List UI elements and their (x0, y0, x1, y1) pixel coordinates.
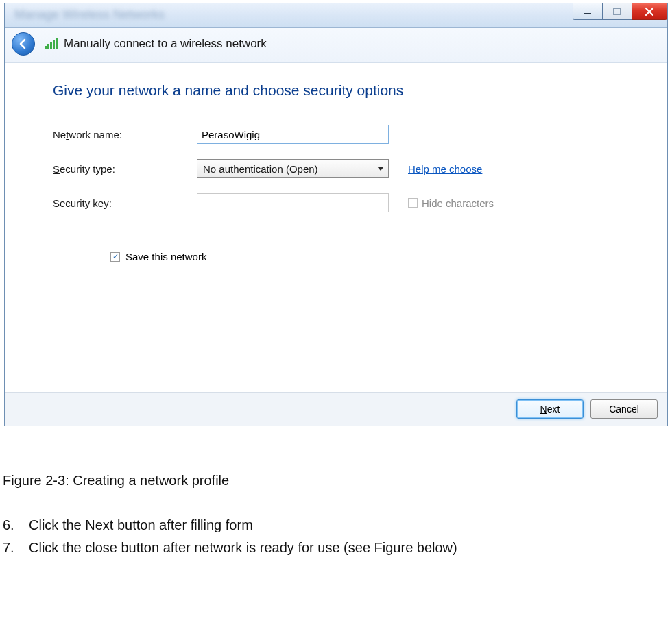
instruction-list: 6. Click the Next button after filling f… (3, 517, 669, 556)
save-network-label: Save this network (125, 251, 206, 262)
svg-rect-3 (47, 44, 49, 49)
network-name-label: Network name: (53, 129, 197, 140)
wizard-header: Manually connect to a wireless network (5, 28, 667, 63)
wireless-icon (43, 36, 58, 51)
cancel-button[interactable]: Cancel (590, 399, 658, 419)
close-icon (645, 7, 654, 16)
next-button[interactable]: Next (516, 399, 584, 419)
save-network-checkbox[interactable] (110, 252, 120, 262)
back-arrow-icon (17, 38, 29, 50)
hide-characters-option: Hide characters (408, 197, 494, 209)
step-text: Click the Next button after filling form (29, 517, 253, 533)
page-heading: Give your network a name and choose secu… (53, 82, 626, 99)
maximize-button[interactable] (602, 3, 632, 20)
minimize-icon (584, 8, 592, 16)
step-number: 6. (3, 517, 29, 533)
instruction-step-6: 6. Click the Next button after filling f… (3, 517, 669, 533)
wizard-title: Manually connect to a wireless network (64, 37, 267, 51)
security-type-row: Security type: No authentication (Open) … (53, 159, 626, 178)
network-name-row: Network name: (53, 125, 626, 144)
minimize-button[interactable] (573, 3, 603, 20)
wizard-content: Give your network a name and choose secu… (5, 63, 667, 392)
security-key-row: Security key: Hide characters (53, 193, 626, 212)
document-text: Figure 2-3: Creating a network profile 6… (0, 426, 672, 576)
wizard-button-bar: Next Cancel (5, 392, 667, 426)
svg-rect-4 (50, 42, 52, 49)
figure-caption: Figure 2-3: Creating a network profile (3, 473, 669, 489)
close-button[interactable] (632, 3, 667, 20)
help-me-choose-link[interactable]: Help me choose (408, 163, 482, 175)
parent-window-hint: Manage Wireless Networks (14, 8, 165, 22)
security-type-label: Security type: (53, 163, 197, 175)
svg-rect-5 (53, 40, 55, 49)
step-number: 7. (3, 540, 29, 556)
security-key-label: Security key: (53, 197, 197, 209)
back-button[interactable] (12, 32, 35, 56)
svg-rect-1 (614, 8, 621, 14)
svg-rect-6 (56, 38, 58, 49)
hide-characters-label: Hide characters (422, 197, 494, 209)
chevron-down-icon (377, 167, 384, 171)
security-type-value: No authentication (Open) (203, 163, 318, 175)
svg-rect-0 (584, 13, 591, 14)
network-name-input[interactable] (197, 125, 389, 144)
window-controls (573, 3, 667, 20)
hide-characters-checkbox (408, 198, 418, 208)
maximize-icon (613, 8, 621, 16)
step-text: Click the close button after network is … (29, 540, 457, 556)
save-network-row: Save this network (110, 251, 626, 262)
svg-rect-2 (45, 46, 47, 49)
instruction-step-7: 7. Click the close button after network … (3, 540, 669, 556)
window-titlebar: Manage Wireless Networks (5, 3, 667, 28)
security-type-select[interactable]: No authentication (Open) (197, 159, 389, 178)
security-key-input (197, 193, 389, 212)
wizard-window: Manage Wireless Networks (4, 3, 668, 426)
